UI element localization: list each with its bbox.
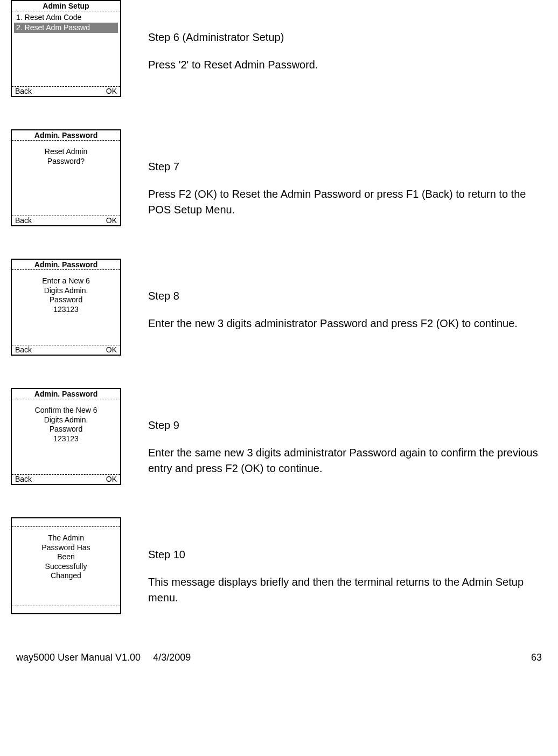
screen-body: The Admin Password Has Been Successfully… <box>12 527 120 606</box>
screen-footer: Back OK <box>12 474 120 484</box>
msg-line: Password <box>14 425 118 434</box>
menu-item-1[interactable]: 1. Reset Adm Code <box>14 12 118 23</box>
step-row-10: The Admin Password Has Been Successfully… <box>11 517 547 614</box>
back-softkey[interactable]: Back <box>15 216 32 225</box>
msg-line: Digits Admin. <box>14 415 118 425</box>
screen-title: Admin. Password <box>12 389 120 399</box>
back-softkey[interactable]: Back <box>15 87 32 95</box>
step-row-8: Admin. Password Enter a New 6 Digits Adm… <box>11 259 547 356</box>
back-softkey[interactable]: Back <box>15 475 32 483</box>
manual-date: 4/3/2009 <box>153 652 191 663</box>
step-title: Step 9 <box>148 418 547 433</box>
page-number: 63 <box>531 652 542 663</box>
msg-line: Confirm the New 6 <box>14 406 118 415</box>
step-row-6: Admin Setup 1. Reset Adm Code 2. Reset A… <box>11 0 547 97</box>
step-title: Step 10 <box>148 547 547 563</box>
screen-body: Reset Admin Password? <box>12 141 120 216</box>
msg-line: Changed <box>14 571 118 581</box>
step-description-8: Step 8 Enter the new 3 digits administra… <box>148 259 547 331</box>
pos-screen-9: Admin. Password Confirm the New 6 Digits… <box>11 388 121 485</box>
screen-footer: Back OK <box>12 86 120 96</box>
msg-line: Password <box>14 295 118 305</box>
step-title: Step 6 (Administrator Setup) <box>148 30 547 45</box>
screen-title: Admin. Password <box>12 130 120 141</box>
step-description-7: Step 7 Press F2 (OK) to Reset the Admin … <box>148 129 547 218</box>
pos-screen-6: Admin Setup 1. Reset Adm Code 2. Reset A… <box>11 0 121 97</box>
ok-softkey[interactable]: OK <box>106 475 117 483</box>
step-title: Step 8 <box>148 288 547 304</box>
msg-line: 123123 <box>14 434 118 444</box>
msg-line: Digits Admin. <box>14 286 118 296</box>
menu-item-2[interactable]: 2. Reset Adm Passwd <box>14 23 118 33</box>
screen-title: Admin Setup <box>12 1 120 11</box>
step-body: Press '2' to Reset Admin Password. <box>148 57 547 73</box>
msg-line: The Admin <box>14 533 118 543</box>
msg-line: Password? <box>14 157 118 167</box>
step-title: Step 7 <box>148 159 547 175</box>
screen-footer: Back OK <box>12 345 120 355</box>
step-body: Enter the same new 3 digits administrato… <box>148 445 547 476</box>
step-body: Enter the new 3 digits administrator Pas… <box>148 316 547 331</box>
manual-name: way5000 User Manual V1.00 <box>16 652 141 663</box>
page-footer: way5000 User Manual V1.00 4/3/2009 63 <box>0 647 558 674</box>
pos-screen-8: Admin. Password Enter a New 6 Digits Adm… <box>11 259 121 356</box>
msg-line: Successfully <box>14 562 118 572</box>
page-content: Admin Setup 1. Reset Adm Code 2. Reset A… <box>0 0 558 614</box>
back-softkey[interactable]: Back <box>15 345 32 354</box>
screen-footer: Back OK <box>12 216 120 225</box>
ok-softkey[interactable]: OK <box>106 87 117 95</box>
step-body: Press F2 (OK) to Reset the Admin Passwor… <box>148 186 547 218</box>
ok-softkey[interactable]: OK <box>106 216 117 225</box>
screen-body: Enter a New 6 Digits Admin. Password 123… <box>12 270 120 345</box>
screen-title-empty <box>12 518 120 527</box>
msg-line: Password Has <box>14 543 118 553</box>
screen-title: Admin. Password <box>12 260 120 270</box>
screen-body: Confirm the New 6 Digits Admin. Password… <box>12 399 120 474</box>
step-row-7: Admin. Password Reset Admin Password? Ba… <box>11 129 547 226</box>
pos-screen-10: The Admin Password Has Been Successfully… <box>11 517 121 614</box>
step-body: This message displays briefly and then t… <box>148 574 547 606</box>
msg-line: 123123 <box>14 305 118 315</box>
step-description-10: Step 10 This message displays briefly an… <box>148 517 547 606</box>
pos-screen-7: Admin. Password Reset Admin Password? Ba… <box>11 129 121 226</box>
msg-line: Been <box>14 552 118 562</box>
ok-softkey[interactable]: OK <box>106 345 117 354</box>
step-row-9: Admin. Password Confirm the New 6 Digits… <box>11 388 547 485</box>
screen-footer-empty <box>12 606 120 613</box>
footer-left: way5000 User Manual V1.00 4/3/2009 <box>16 652 200 663</box>
step-description-6: Step 6 (Administrator Setup) Press '2' t… <box>148 0 547 73</box>
msg-line: Reset Admin <box>14 147 118 157</box>
msg-line: Enter a New 6 <box>14 276 118 286</box>
screen-body: 1. Reset Adm Code 2. Reset Adm Passwd <box>12 11 120 86</box>
step-description-9: Step 9 Enter the same new 3 digits admin… <box>148 388 547 476</box>
